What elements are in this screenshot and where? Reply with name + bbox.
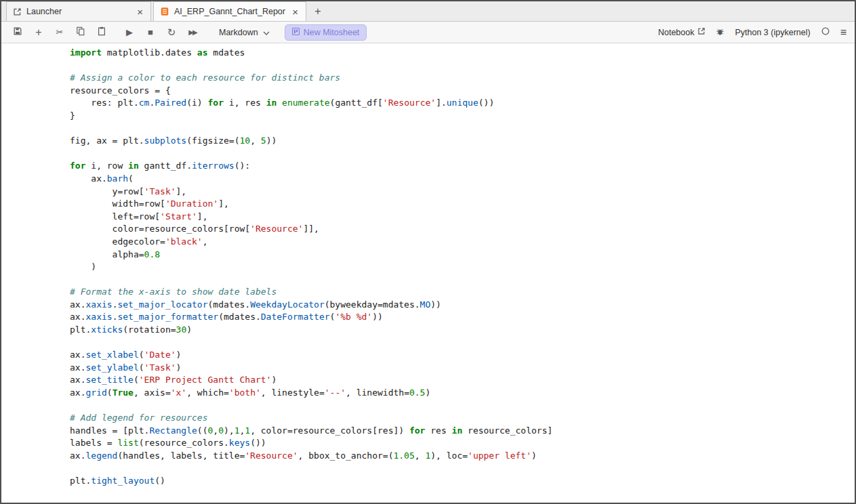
- code-line: [70, 274, 855, 287]
- code-line: ax.legend(handles, labels, title='Resour…: [70, 450, 855, 463]
- tab-bar: Launcher × AI_ERP_Gannt_Chart_Repor × +: [1, 1, 855, 22]
- cell-type-dropdown[interactable]: Markdown: [215, 26, 274, 39]
- code-line: [70, 148, 855, 161]
- toolbar-right: Notebook Python 3 (ipykernel) ≡: [658, 26, 847, 38]
- cell-gutter: [1, 43, 70, 503]
- code-line: edgecolor='black',: [70, 236, 855, 249]
- code-line: # Assign a color to each resource for di…: [70, 72, 855, 85]
- code-line: [70, 337, 855, 350]
- notebook-link-label: Notebook: [658, 28, 695, 37]
- interrupt-kernel-button[interactable]: ■: [142, 24, 159, 41]
- launcher-icon: [13, 7, 22, 16]
- copy-icon: [76, 26, 85, 38]
- copy-cell-button[interactable]: [73, 24, 89, 41]
- tab-launcher[interactable]: Launcher ×: [6, 1, 151, 21]
- code-line: labels = list(resource_colors.keys()): [70, 437, 855, 450]
- cell-type-value: Markdown: [219, 28, 258, 37]
- code-line: for i, row in gantt_df.iterrows():: [70, 160, 855, 173]
- code-line: ax.xaxis.set_major_formatter(mdates.Date…: [70, 311, 855, 324]
- cut-cell-button[interactable]: ✂: [52, 24, 68, 41]
- restart-icon: ↻: [167, 27, 176, 37]
- code-line: }: [70, 110, 855, 123]
- chevron-down-icon: [263, 28, 270, 37]
- code-line: [70, 463, 855, 476]
- code-line: width=row['Duration'],: [70, 198, 855, 211]
- code-line: y=row['Task'],: [70, 186, 855, 198]
- code-line: ax.grid(True, axis='x', which='both', li…: [70, 387, 855, 400]
- kernel-status-indicator[interactable]: [821, 26, 830, 38]
- code-line: # Add legend for resources: [70, 412, 855, 425]
- restart-run-all-button[interactable]: ▶▶: [184, 24, 201, 41]
- code-line: [70, 400, 855, 413]
- external-link-icon: [697, 27, 706, 37]
- scissors-icon: ✂: [56, 28, 64, 37]
- add-cell-button[interactable]: +: [30, 24, 47, 41]
- code-line: plt.tight_layout(): [70, 475, 855, 488]
- restart-kernel-button[interactable]: ↻: [163, 24, 180, 41]
- close-icon[interactable]: ×: [136, 7, 144, 17]
- code-line: alpha=0.8: [70, 249, 855, 261]
- jupyterlab-window: Launcher × AI_ERP_Gannt_Chart_Repor × + …: [0, 0, 856, 504]
- kernel-idle-circle-icon: [821, 26, 830, 38]
- stop-icon: ■: [148, 28, 153, 37]
- save-button[interactable]: [9, 24, 26, 41]
- toolbar-menu-button[interactable]: ≡: [840, 27, 847, 38]
- code-line: # Format the x-axis to show date labels: [70, 286, 855, 299]
- code-line: fig, ax = plt.subplots(figsize=(10, 5)): [70, 135, 855, 148]
- code-line: ax.xaxis.set_major_locator(mdates.Weekda…: [70, 299, 855, 312]
- tab-label: AI_ERP_Gannt_Chart_Repor: [174, 7, 286, 16]
- code-line: ax.set_xlabel('Date'): [70, 349, 855, 362]
- code-line: handles = [plt.Rectangle((0,0),1,1, colo…: [70, 425, 855, 438]
- fast-forward-icon: ▶▶: [188, 29, 196, 36]
- code-line: left=row['Start'],: [70, 211, 855, 224]
- code-line: resource_colors = {: [70, 85, 855, 98]
- kernel-name[interactable]: Python 3 (ipykernel): [735, 28, 810, 37]
- debugger-button[interactable]: [716, 27, 725, 38]
- notebook-icon: [160, 7, 169, 16]
- clipboard-icon: [97, 26, 106, 38]
- code-line: color=resource_colors[row['Resource']],: [70, 223, 855, 236]
- code-line: ax.barh(: [70, 173, 855, 186]
- save-icon: [13, 26, 22, 38]
- code-line: res: plt.cm.Paired(i) for i, res in enum…: [70, 97, 855, 110]
- code-line: ax.set_ylabel('Task'): [70, 362, 855, 375]
- code-line: plt.xticks(rotation=30): [70, 324, 855, 337]
- code-line: ax.set_title('ERP Project Gantt Chart'): [70, 374, 855, 387]
- plus-icon: +: [35, 27, 41, 38]
- tab-label: Launcher: [26, 7, 131, 16]
- tab-notebook[interactable]: AI_ERP_Gannt_Chart_Repor ×: [153, 1, 306, 21]
- notebook-toolbar: + ✂ ▶ ■ ↻ ▶▶ Markdown: [1, 22, 855, 43]
- new-mitosheet-label: New Mitosheet: [304, 28, 360, 37]
- hamburger-menu-icon: ≡: [840, 26, 847, 38]
- bug-icon: [716, 27, 725, 38]
- notebook-content: import matplotlib.dates as mdates# Assig…: [1, 43, 855, 503]
- notebook-external-link[interactable]: Notebook: [658, 27, 706, 37]
- add-tab-button[interactable]: +: [308, 1, 327, 21]
- run-cell-button[interactable]: ▶: [121, 24, 138, 41]
- mitosheet-icon: [292, 28, 300, 37]
- close-icon[interactable]: ×: [291, 7, 300, 17]
- new-mitosheet-button[interactable]: New Mitosheet: [285, 24, 367, 41]
- code-line: ): [70, 261, 855, 274]
- code-line: [70, 60, 855, 72]
- run-icon: ▶: [126, 28, 133, 37]
- paste-cell-button[interactable]: [94, 24, 110, 41]
- code-line: import matplotlib.dates as mdates: [70, 47, 855, 60]
- code-line: [70, 123, 855, 135]
- code-editor[interactable]: import matplotlib.dates as mdates# Assig…: [70, 43, 855, 503]
